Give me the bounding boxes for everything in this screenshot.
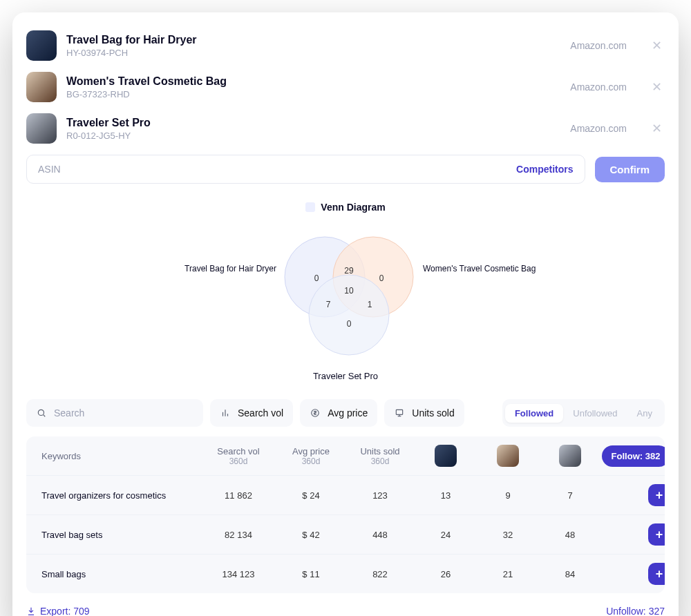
asin-placeholder: ASIN xyxy=(38,164,516,175)
col-product-2 xyxy=(477,445,539,467)
keywords-table: Keywords Search vol360d Avg price360d Un… xyxy=(26,436,665,593)
asin-bar: ASIN Competitors Confirm xyxy=(26,155,665,184)
add-button[interactable]: + xyxy=(648,484,665,506)
product-title: Traveler Set Pro xyxy=(66,117,560,129)
venn-label-bottom: Traveler Set Pro xyxy=(26,371,665,381)
venn-legend-label: Venn Diagram xyxy=(321,202,385,213)
cell-c3: 48 xyxy=(539,530,601,540)
svg-line-4 xyxy=(44,415,46,417)
venn-only-c: 0 xyxy=(347,319,352,329)
cell-c2: 32 xyxy=(477,530,539,540)
product-main: Travel Bag for Hair Dryer HY-03974-PCH xyxy=(66,34,560,58)
product-sku: R0-012-JG5-HY xyxy=(66,131,560,141)
product-row: Women's Travel Cosmetic Bag BG-37323-RHD… xyxy=(26,66,665,108)
follow-segment: Followed Unfollowed Any xyxy=(502,399,665,427)
cell-add: + xyxy=(601,523,665,546)
seg-followed[interactable]: Followed xyxy=(505,404,563,423)
product-thumb xyxy=(26,72,57,102)
cell-keyword: Travel bag sets xyxy=(41,530,200,540)
cell-avg-price: $ 42 xyxy=(276,530,346,540)
filter-label: Avg price xyxy=(328,407,368,418)
asin-input[interactable]: ASIN Competitors xyxy=(26,155,585,184)
product-main: Traveler Set Pro R0-012-JG5-HY xyxy=(66,117,560,141)
cell-c3: 84 xyxy=(539,569,601,579)
seg-unfollowed[interactable]: Unfollowed xyxy=(563,404,627,423)
add-button[interactable]: + xyxy=(648,563,665,585)
product-row: Travel Bag for Hair Dryer HY-03974-PCH A… xyxy=(26,25,665,66)
venn-legend: Venn Diagram xyxy=(305,202,385,213)
search-icon xyxy=(36,407,47,418)
close-icon[interactable]: ✕ xyxy=(649,119,665,137)
cell-units: 822 xyxy=(346,569,415,579)
venn-only-a: 0 xyxy=(314,273,319,283)
col-units-sold: Units sold360d xyxy=(346,446,415,466)
venn-diagram: Travel Bag for Hair Dryer Women's Travel… xyxy=(138,222,553,367)
marketplace-label: Amazon.com xyxy=(570,123,627,134)
venn-pair-ac: 7 xyxy=(326,300,331,309)
add-button[interactable]: + xyxy=(648,523,665,546)
table-row: Travel bag sets 82 134 $ 42 448 24 32 48… xyxy=(26,514,665,554)
table-row: Travel organizers for cosmetics 11 862 $… xyxy=(26,475,665,514)
venn-label-left: Travel Bag for Hair Dryer xyxy=(184,264,276,273)
filter-label: Search vol xyxy=(238,407,283,418)
col-product-1 xyxy=(415,445,477,467)
footer-bar: Export: 709 Unfollow: 327 xyxy=(26,606,665,616)
cell-avg-price: $ 11 xyxy=(276,569,346,579)
col-avg-price: Avg price360d xyxy=(276,446,346,466)
download-icon xyxy=(26,606,36,616)
col-follow: Follow: 382 xyxy=(601,445,665,467)
product-thumb-icon xyxy=(559,445,581,467)
table-row: Small bags 134 123 $ 11 822 26 21 84 + xyxy=(26,554,665,593)
cell-c2: 21 xyxy=(477,569,539,579)
table-header: Keywords Search vol360d Avg price360d Un… xyxy=(26,436,665,475)
close-icon[interactable]: ✕ xyxy=(649,78,665,96)
export-link[interactable]: Export: 709 xyxy=(26,606,90,616)
competitors-link[interactable]: Competitors xyxy=(516,164,573,175)
filters-bar: Search Search vol Avg price Units sold F… xyxy=(26,399,665,427)
confirm-button[interactable]: Confirm xyxy=(595,157,665,182)
venn-pair-ab: 29 xyxy=(344,266,354,276)
cell-search-vol: 134 123 xyxy=(200,569,276,579)
legend-swatch xyxy=(305,202,315,212)
col-keywords: Keywords xyxy=(41,451,200,461)
cell-keyword: Travel organizers for cosmetics xyxy=(41,490,200,501)
cell-c3: 7 xyxy=(539,490,601,501)
follow-all-button[interactable]: Follow: 382 xyxy=(602,445,665,467)
search-placeholder: Search xyxy=(54,407,84,418)
search-input[interactable]: Search xyxy=(26,399,203,427)
venn-label-right: Women's Travel Cosmetic Bag xyxy=(423,264,536,273)
product-thumb-icon xyxy=(435,445,457,467)
units-icon xyxy=(394,407,405,418)
dollar-icon xyxy=(310,407,321,418)
cell-c1: 26 xyxy=(415,569,477,579)
cell-search-vol: 11 862 xyxy=(200,490,276,501)
seg-any[interactable]: Any xyxy=(627,404,662,423)
filter-units-sold[interactable]: Units sold xyxy=(384,399,464,427)
cell-c2: 9 xyxy=(477,490,539,501)
venn-pair-bc: 1 xyxy=(368,300,372,309)
product-sku: HY-03974-PCH xyxy=(66,48,560,58)
cell-c1: 24 xyxy=(415,530,477,540)
product-thumb-icon xyxy=(497,445,519,467)
cell-keyword: Small bags xyxy=(41,569,200,579)
bar-chart-icon xyxy=(220,407,231,418)
unfollow-link[interactable]: Unfollow: 327 xyxy=(606,606,665,616)
close-icon[interactable]: ✕ xyxy=(649,37,665,55)
venn-triple: 10 xyxy=(344,286,354,296)
filter-search-vol[interactable]: Search vol xyxy=(210,399,293,427)
venn-section: Venn Diagram Travel Bag for Hair Dryer W… xyxy=(26,202,665,381)
cell-add: + xyxy=(601,484,665,506)
marketplace-label: Amazon.com xyxy=(570,40,627,51)
cell-search-vol: 82 134 xyxy=(200,530,276,540)
product-thumb xyxy=(26,113,57,144)
product-main: Women's Travel Cosmetic Bag BG-37323-RHD xyxy=(66,75,560,99)
product-sku: BG-37323-RHD xyxy=(66,89,560,99)
export-label: Export: 709 xyxy=(40,606,90,616)
filter-avg-price[interactable]: Avg price xyxy=(300,399,377,427)
product-row: Traveler Set Pro R0-012-JG5-HY Amazon.co… xyxy=(26,108,665,149)
cell-c1: 13 xyxy=(415,490,477,501)
svg-rect-9 xyxy=(397,410,403,414)
cell-units: 448 xyxy=(346,530,415,540)
cell-avg-price: $ 24 xyxy=(276,490,346,501)
main-card: Travel Bag for Hair Dryer HY-03974-PCH A… xyxy=(12,12,679,616)
